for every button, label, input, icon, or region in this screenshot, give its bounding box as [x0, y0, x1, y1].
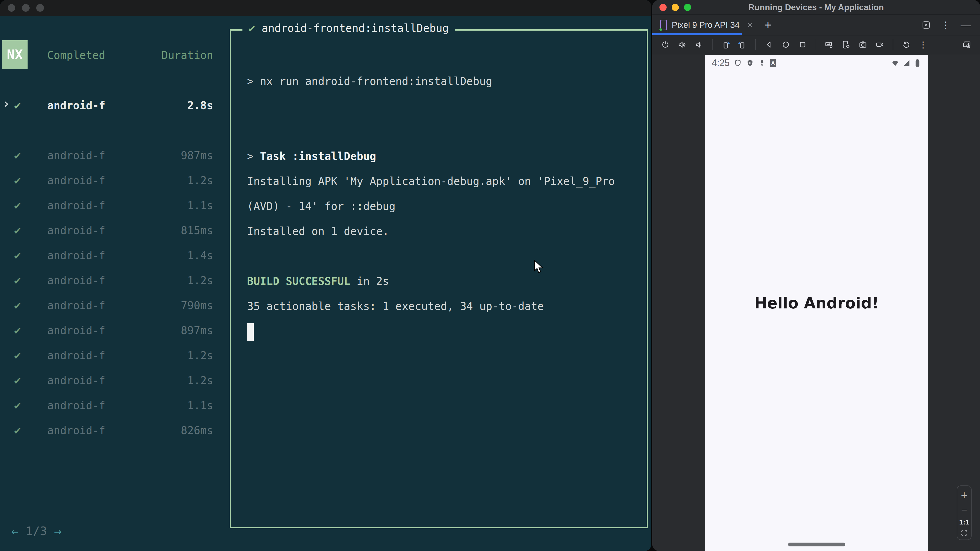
terminal-line: > nx run android-frontend:installDebug — [247, 69, 639, 94]
emulator-screen[interactable]: 4:25 A — [705, 55, 928, 551]
check-icon: ✔ — [14, 199, 21, 212]
navigation-handle[interactable] — [788, 543, 845, 546]
task-name: android-f — [47, 149, 105, 162]
terminal-output: > nx run android-frontend:installDebug >… — [247, 69, 639, 344]
task-row[interactable]: ✔ android-f 815ms — [0, 218, 230, 243]
volume-down-button[interactable] — [694, 39, 704, 50]
task-name: android-f — [47, 424, 105, 437]
task-duration: 815ms — [181, 224, 213, 237]
android-status-bar: 4:25 A — [705, 55, 928, 71]
volume-up-button[interactable] — [677, 39, 687, 50]
task-duration: 1.1s — [187, 199, 213, 212]
display-zoom-settings-icon[interactable] — [962, 39, 972, 50]
new-tab-button[interactable]: + — [764, 20, 772, 30]
hardware-input-button[interactable] — [824, 39, 835, 50]
toolbar-separator — [893, 39, 893, 50]
shield-icon — [734, 59, 742, 67]
task-row[interactable]: ✔ android-f 1.2s — [0, 168, 230, 193]
zoom-in-button[interactable]: + — [961, 489, 967, 502]
toolbar-separator — [816, 39, 816, 50]
check-icon: ✔ — [14, 149, 21, 162]
minimize-button[interactable] — [22, 4, 30, 12]
screenshot-button[interactable] — [858, 39, 868, 50]
zoom-out-button[interactable]: − — [961, 504, 967, 516]
check-icon: ✔ — [14, 399, 21, 412]
task-row[interactable]: ✔ android-f 897ms — [0, 318, 230, 343]
task-name: android-f — [47, 374, 105, 387]
pagination: ← 1/3 → — [11, 524, 62, 538]
task-row[interactable]: ✔ android-f 1.2s — [0, 268, 230, 293]
task-row[interactable]: ✔ android-f 1.2s — [0, 343, 230, 368]
running-devices-window: Running Devices - My Application Pixel 9… — [652, 0, 980, 551]
restart-button[interactable] — [901, 39, 912, 50]
toolbar-more-icon[interactable]: ⋮ — [918, 39, 928, 50]
terminal-window: NX Completed Duration › ✔ android-f 2.8s… — [0, 0, 651, 551]
task-row[interactable]: ✔ android-f 826ms — [0, 418, 230, 443]
rotate-left-button[interactable] — [720, 39, 731, 50]
task-output-pane: ✔android-frontend:installDebug > nx run … — [230, 29, 648, 528]
tab-close-icon[interactable]: ✕ — [747, 21, 753, 30]
check-icon: ✔ — [14, 249, 21, 262]
task-duration: 1.2s — [187, 349, 213, 362]
task-row[interactable]: ✔ android-f 1.1s — [0, 393, 230, 418]
toolbar-separator — [756, 39, 756, 50]
task-duration: 1.2s — [187, 374, 213, 387]
prev-page-arrow-icon[interactable]: ← — [11, 524, 19, 538]
phone-device-icon — [660, 20, 667, 30]
active-tab-indicator — [652, 33, 741, 35]
task-row[interactable]: ✔ android-f 790ms — [0, 293, 230, 318]
window-title: Running Devices - My Application — [652, 0, 980, 15]
task-name: android-f — [47, 324, 105, 337]
nx-task-pane: NX Completed Duration › ✔ android-f 2.8s… — [0, 16, 230, 551]
rotate-right-button[interactable] — [737, 39, 748, 50]
task-name: android-f — [47, 274, 105, 287]
signal-icon — [902, 59, 911, 67]
zoom-to-fit-button[interactable] — [960, 529, 968, 537]
device-tab-bar: Pixel 9 Pro API 34 ✕ + ⋮ — — [652, 15, 980, 35]
task-name: android-f — [47, 299, 105, 312]
task-name: android-f — [47, 199, 105, 212]
task-duration: 897ms — [181, 324, 213, 337]
column-header-duration: Duration — [162, 49, 213, 62]
check-icon: ✔ — [248, 22, 255, 35]
device-settings-button[interactable] — [841, 39, 851, 50]
power-button[interactable] — [660, 39, 671, 50]
overview-button[interactable] — [797, 39, 808, 50]
next-page-arrow-icon[interactable]: → — [54, 524, 62, 538]
task-duration: 790ms — [181, 299, 213, 312]
terminal-line: BUILD SUCCESSFUL in 2s — [247, 269, 639, 294]
more-options-icon[interactable]: ⋮ — [941, 20, 950, 30]
terminal-cursor-line — [247, 319, 639, 344]
check-icon: ✔ — [14, 424, 21, 437]
mouse-cursor — [533, 260, 545, 275]
check-icon: ✔ — [14, 99, 21, 112]
tab-pixel-9-pro[interactable]: Pixel 9 Pro API 34 ✕ — [660, 20, 753, 30]
check-icon: ✔ — [14, 349, 21, 362]
task-row[interactable]: ✔ android-f 1.4s — [0, 243, 230, 268]
back-button[interactable] — [764, 39, 774, 50]
check-icon: ✔ — [14, 274, 21, 287]
dock-window-icon[interactable] — [921, 20, 931, 30]
task-name: android-f — [47, 99, 105, 112]
check-icon: ✔ — [14, 374, 21, 387]
maximize-button[interactable] — [684, 4, 691, 11]
task-row-active[interactable]: › ✔ android-f 2.8s — [0, 93, 230, 118]
task-name: android-f — [47, 349, 105, 362]
task-duration: 1.4s — [187, 249, 213, 262]
close-button[interactable] — [8, 4, 15, 12]
task-row[interactable]: ✔ android-f 987ms — [0, 143, 230, 168]
home-button[interactable] — [780, 39, 791, 50]
minimize-button[interactable] — [672, 4, 679, 11]
zoom-controls: + − 1:1 — [957, 486, 972, 540]
zoom-actual-size-button[interactable]: 1:1 — [959, 518, 969, 526]
task-row[interactable]: ✔ android-f 1.2s — [0, 368, 230, 393]
screen-record-button[interactable] — [874, 39, 885, 50]
close-button[interactable] — [659, 4, 667, 11]
maximize-button[interactable] — [36, 4, 44, 12]
hello-android-text: Hello Android! — [705, 294, 928, 312]
chevron-right-icon: › — [2, 97, 11, 110]
hide-tool-window-icon[interactable]: — — [961, 19, 971, 31]
task-row[interactable]: ✔ android-f 1.1s — [0, 193, 230, 218]
app-letter-icon: A — [770, 59, 776, 67]
terminal-titlebar — [0, 0, 651, 16]
